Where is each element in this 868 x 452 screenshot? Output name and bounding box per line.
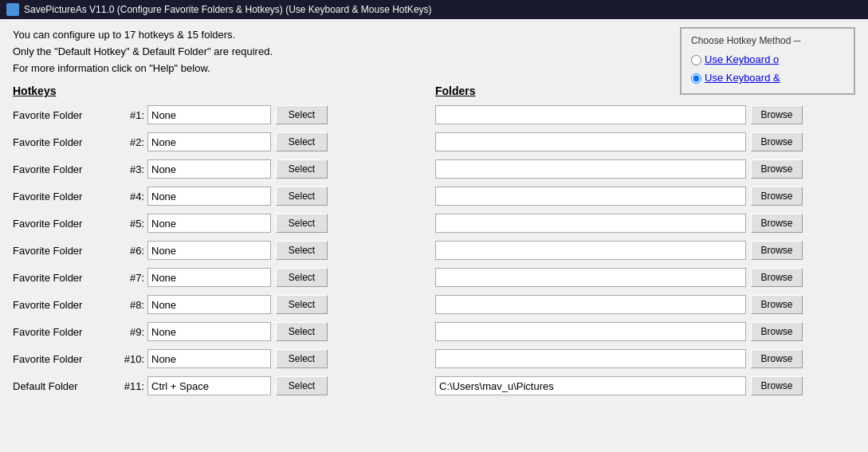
folder-input-9[interactable] <box>435 322 746 341</box>
folder-browse-btn-5[interactable]: Browse <box>751 214 803 233</box>
hotkey-row-4: Favorite Folder #4: Select <box>13 183 435 209</box>
hotkey-row-5: Favorite Folder #5: Select <box>13 210 435 236</box>
folder-input-7[interactable] <box>435 268 746 287</box>
hotkey-option1[interactable]: Use Keyboard o <box>691 52 844 69</box>
hotkey-row-10: Favorite Folder #10: Select <box>13 346 435 371</box>
hotkey-select-btn-10[interactable]: Select <box>276 349 328 368</box>
hotkey-row-label-3: Favorite Folder <box>13 163 116 175</box>
hotkey-input-9[interactable] <box>147 322 271 341</box>
hotkey-row-num-7: #7: <box>116 272 144 284</box>
title-bar: SavePictureAs V11.0 (Configure Favorite … <box>0 0 868 19</box>
folder-rows-container: Browse Browse Browse Browse Browse Brows… <box>435 102 855 399</box>
hotkey-row-11: Default Folder #11: Select <box>13 373 435 399</box>
folder-row-3: Browse <box>435 156 855 182</box>
folder-browse-btn-9[interactable]: Browse <box>751 322 803 341</box>
hotkey-row-label-2: Favorite Folder <box>13 136 116 148</box>
folder-input-3[interactable] <box>435 159 746 179</box>
folder-row-1: Browse <box>435 102 855 128</box>
hotkey-input-4[interactable] <box>147 187 271 206</box>
folder-row-11: Browse <box>435 373 855 399</box>
hotkey-input-11[interactable] <box>147 376 271 395</box>
hotkey-input-7[interactable] <box>147 268 271 287</box>
hotkey-row-label-9: Favorite Folder <box>13 326 116 338</box>
hotkey-method-title: Choose Hotkey Method ─ <box>691 33 844 49</box>
hotkey-option2-label: Use Keyboard & <box>705 70 780 87</box>
hotkey-row-num-5: #5: <box>116 218 144 230</box>
hotkey-row-num-2: #2: <box>116 136 144 148</box>
hotkey-input-6[interactable] <box>147 241 271 260</box>
hotkey-row-7: Favorite Folder #7: Select <box>13 265 435 290</box>
hotkey-rows-container: Favorite Folder #1: Select Favorite Fold… <box>13 102 435 399</box>
folder-input-5[interactable] <box>435 214 746 233</box>
hotkey-row-6: Favorite Folder #6: Select <box>13 238 435 263</box>
hotkey-select-btn-9[interactable]: Select <box>276 322 328 341</box>
hotkey-row-3: Favorite Folder #3: Select <box>13 156 435 182</box>
folder-browse-btn-3[interactable]: Browse <box>751 159 803 179</box>
hotkey-select-btn-4[interactable]: Select <box>276 187 328 206</box>
hotkey-input-10[interactable] <box>147 349 271 368</box>
hotkey-row-num-11: #11: <box>116 380 144 392</box>
folder-input-4[interactable] <box>435 187 746 206</box>
folders-section: Folders Browse Browse Browse Browse Brow… <box>435 85 855 441</box>
folder-browse-btn-1[interactable]: Browse <box>751 105 803 124</box>
folder-input-6[interactable] <box>435 241 746 260</box>
folder-browse-btn-7[interactable]: Browse <box>751 268 803 287</box>
hotkey-select-btn-8[interactable]: Select <box>276 295 328 314</box>
folder-row-2: Browse <box>435 129 855 155</box>
hotkey-input-1[interactable] <box>147 105 271 124</box>
hotkey-row-label-7: Favorite Folder <box>13 272 116 284</box>
folder-input-10[interactable] <box>435 349 746 368</box>
folder-browse-btn-4[interactable]: Browse <box>751 187 803 206</box>
hotkey-select-btn-2[interactable]: Select <box>276 132 328 151</box>
radio-keyboard-mouse[interactable] <box>691 73 701 84</box>
hotkey-row-num-10: #10: <box>116 353 144 365</box>
hotkey-row-2: Favorite Folder #2: Select <box>13 129 435 155</box>
hotkey-row-num-4: #4: <box>116 191 144 202</box>
folder-row-7: Browse <box>435 265 855 290</box>
hotkey-input-5[interactable] <box>147 214 271 233</box>
hotkey-row-num-6: #6: <box>116 245 144 257</box>
folder-input-8[interactable] <box>435 295 746 314</box>
hotkey-row-num-1: #1: <box>116 109 144 121</box>
hotkey-input-3[interactable] <box>147 159 271 179</box>
hotkey-row-num-3: #3: <box>116 163 144 175</box>
folder-browse-btn-8[interactable]: Browse <box>751 295 803 314</box>
title-bar-text: SavePictureAs V11.0 (Configure Favorite … <box>24 4 432 15</box>
hotkey-input-8[interactable] <box>147 295 271 314</box>
hotkey-select-btn-6[interactable]: Select <box>276 241 328 260</box>
folder-row-5: Browse <box>435 210 855 236</box>
hotkey-select-btn-5[interactable]: Select <box>276 214 328 233</box>
hotkey-input-2[interactable] <box>147 132 271 151</box>
folder-row-10: Browse <box>435 346 855 371</box>
hotkey-select-btn-7[interactable]: Select <box>276 268 328 287</box>
folder-browse-btn-10[interactable]: Browse <box>751 349 803 368</box>
folder-browse-btn-11[interactable]: Browse <box>751 376 803 395</box>
hotkey-method-box: Choose Hotkey Method ─ Use Keyboard o Us… <box>680 27 855 95</box>
hotkey-row-1: Favorite Folder #1: Select <box>13 102 435 128</box>
hotkey-row-label-11: Default Folder <box>13 380 116 392</box>
folder-input-2[interactable] <box>435 132 746 151</box>
hotkeys-title: Hotkeys <box>13 85 435 97</box>
hotkey-row-label-8: Favorite Folder <box>13 299 116 311</box>
hotkey-option2[interactable]: Use Keyboard & <box>691 70 844 87</box>
description-area: You can configure up to 17 hotkeys & 15 … <box>13 27 855 77</box>
columns: Hotkeys Favorite Folder #1: Select Favor… <box>13 85 855 441</box>
hotkey-row-label-1: Favorite Folder <box>13 109 116 121</box>
hotkey-select-btn-11[interactable]: Select <box>276 376 328 395</box>
hotkey-select-btn-3[interactable]: Select <box>276 159 328 179</box>
folder-browse-btn-6[interactable]: Browse <box>751 241 803 260</box>
folder-row-6: Browse <box>435 238 855 263</box>
hotkey-select-btn-1[interactable]: Select <box>276 105 328 124</box>
folder-browse-btn-2[interactable]: Browse <box>751 132 803 151</box>
hotkey-row-num-9: #9: <box>116 326 144 338</box>
folder-input-11[interactable] <box>435 376 746 395</box>
folder-input-1[interactable] <box>435 105 746 124</box>
hotkey-row-label-5: Favorite Folder <box>13 218 116 230</box>
hotkey-row-num-8: #8: <box>116 299 144 311</box>
hotkeys-section: Hotkeys Favorite Folder #1: Select Favor… <box>13 85 435 441</box>
hotkey-row-label-6: Favorite Folder <box>13 245 116 257</box>
radio-keyboard-only[interactable] <box>691 55 701 65</box>
hotkey-row-label-4: Favorite Folder <box>13 191 116 202</box>
folder-row-4: Browse <box>435 183 855 209</box>
folder-row-9: Browse <box>435 319 855 344</box>
